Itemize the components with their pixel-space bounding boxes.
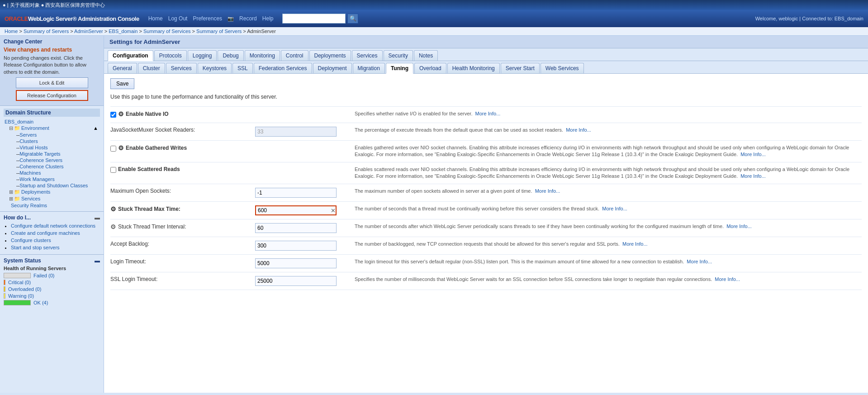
tree-item-work-managers[interactable]: --Work Managers xyxy=(4,176,100,182)
nav-home[interactable]: Home xyxy=(148,15,163,22)
tab-health-monitoring[interactable]: Health Monitoring xyxy=(447,63,500,73)
stuck-thread-timer-interval-input[interactable] xyxy=(255,223,337,233)
how-do-i-item-start-stop[interactable]: Start and stop servers xyxy=(11,244,100,251)
tab-debug[interactable]: Debug xyxy=(218,50,243,61)
tree-item-virtual-hosts[interactable]: --Virtual Hosts xyxy=(4,144,100,151)
tab-keystores[interactable]: Keystores xyxy=(198,63,232,73)
tab-notes[interactable]: Notes xyxy=(414,50,438,61)
save-button[interactable]: Save xyxy=(110,78,134,89)
form-input-col-stuck-thread-timer-interval xyxy=(255,223,346,233)
tab-logging[interactable]: Logging xyxy=(188,50,217,61)
search-input[interactable] xyxy=(282,14,346,24)
max-open-sockets-input[interactable] xyxy=(255,188,337,198)
more-info-stuck-thread-timer-interval[interactable]: More Info... xyxy=(726,224,752,229)
breadcrumb-bar: Home > Summary of Servers > AdminServer … xyxy=(0,27,868,36)
tab-federation-services[interactable]: Federation Services xyxy=(254,63,312,73)
breadcrumb-home[interactable]: Home xyxy=(5,29,18,34)
status-warning-link[interactable]: Warning (0) xyxy=(8,293,34,299)
form-row-enable-native-io: ⚙ Enable Native IO Specifies whether nat… xyxy=(110,106,862,123)
tab-monitoring[interactable]: Monitoring xyxy=(245,50,280,61)
java-socket-input[interactable] xyxy=(255,127,337,137)
tab-server-start[interactable]: Server Start xyxy=(501,63,540,73)
more-info-scattered-reads[interactable]: More Info... xyxy=(740,173,766,179)
system-status-collapse[interactable]: ▬ xyxy=(95,257,100,264)
breadcrumb-adminserver[interactable]: AdminServer xyxy=(74,29,103,34)
nav-record[interactable]: Record xyxy=(239,15,257,22)
tree-item-security-realms[interactable]: Security Realms xyxy=(4,202,100,209)
breadcrumb-ebs-domain[interactable]: EBS_domain xyxy=(109,29,138,34)
form-help-login-timeout: The login timeout for this server's defa… xyxy=(346,258,862,265)
status-ok-link[interactable]: OK (4) xyxy=(33,300,48,305)
tree-item-environment[interactable]: ⊟📁Environment ▲ xyxy=(4,125,100,132)
status-critical-link[interactable]: Critical (0) xyxy=(8,280,31,285)
tab-ssl[interactable]: SSL xyxy=(232,63,253,73)
view-changes-link[interactable]: View changes and restarts xyxy=(4,47,72,53)
status-overloaded-link[interactable]: Overloaded (0) xyxy=(8,286,41,292)
tree-item-machines[interactable]: --Machines xyxy=(4,170,100,176)
more-info-login-timeout[interactable]: More Info... xyxy=(687,259,712,264)
stuck-thread-max-time-clear-button[interactable]: ✕ xyxy=(331,207,336,213)
tree-item-deployments[interactable]: ⊞📁Deployments xyxy=(4,189,100,195)
tab-deployment[interactable]: Deployment xyxy=(313,63,352,73)
how-do-i-item-create-machines[interactable]: Create and configure machines xyxy=(11,230,100,236)
tab-migration[interactable]: Migration xyxy=(353,63,385,73)
gathered-writes-checkbox[interactable] xyxy=(110,146,116,152)
more-info-max-open-sockets[interactable]: More Info... xyxy=(535,188,560,194)
stuck-thread-max-time-wrapper: ✕ xyxy=(255,205,337,215)
form-help-gathered-writes: Enables gathered writes over NIO socket … xyxy=(346,144,862,158)
tab-control[interactable]: Control xyxy=(281,50,308,61)
java-socket-label-text: JavaSocketMuxer Socket Readers: xyxy=(110,127,195,133)
more-info-ssl-login-timeout[interactable]: More Info... xyxy=(715,276,740,282)
tab-services[interactable]: Services xyxy=(352,50,383,61)
form-input-col-java-socket xyxy=(255,127,346,137)
more-info-stuck-thread-max-time[interactable]: More Info... xyxy=(602,206,627,211)
tab-overload[interactable]: Overload xyxy=(414,63,446,73)
tab-security[interactable]: Security xyxy=(384,50,413,61)
tree-item-ebs-domain[interactable]: EBS_domain xyxy=(4,119,100,125)
tree-item-coherence-servers[interactable]: --Coherence Servers xyxy=(4,157,100,163)
lock-edit-button[interactable]: Lock & Edit xyxy=(16,77,88,88)
more-info-native-io[interactable]: More Info... xyxy=(475,111,501,116)
tab-deployments[interactable]: Deployments xyxy=(309,50,351,61)
login-timeout-input[interactable] xyxy=(255,258,337,268)
enable-native-io-checkbox[interactable] xyxy=(110,112,116,118)
nav-help[interactable]: Help xyxy=(262,15,274,22)
how-do-i-item-configure-clusters[interactable]: Configure clusters xyxy=(11,237,100,243)
breadcrumb-summary-servers2[interactable]: Summary of Servers xyxy=(196,29,242,34)
how-do-i-item-configure[interactable]: Configure default network connections xyxy=(11,223,100,229)
stuck-thread-max-time-input[interactable] xyxy=(255,205,337,215)
nav-logout[interactable]: Log Out xyxy=(168,15,188,22)
accept-backlog-label-text: Accept Backlog: xyxy=(110,241,149,247)
tab-protocols[interactable]: Protocols xyxy=(154,50,187,61)
accept-backlog-input[interactable] xyxy=(255,241,337,251)
how-do-i-collapse-button[interactable]: ▬ xyxy=(95,214,100,221)
tab-configuration[interactable]: Configuration xyxy=(108,50,153,61)
scattered-reads-checkbox[interactable] xyxy=(110,167,116,173)
ssl-login-timeout-input[interactable] xyxy=(255,276,337,286)
tab-general[interactable]: General xyxy=(108,63,137,73)
tab-cluster[interactable]: Cluster xyxy=(138,63,165,73)
tree-item-startup-shutdown[interactable]: --Startup and Shutdown Classes xyxy=(4,182,100,189)
status-failed-link[interactable]: Failed (0) xyxy=(33,273,54,278)
breadcrumb-summary-services[interactable]: Summary of Services xyxy=(143,29,191,34)
nav-preferences[interactable]: Preferences xyxy=(193,15,222,22)
tree-item-migratable-targets[interactable]: --Migratable Targets xyxy=(4,151,100,157)
oracle-logo: ORACLEWebLogic Server® Administration Co… xyxy=(5,15,139,22)
tree-item-coherence-clusters[interactable]: --Coherence Clusters xyxy=(4,163,100,170)
form-label-stuck-thread-max-time: ⚙ Stuck Thread Max Time: xyxy=(110,205,255,213)
tab-services2[interactable]: Services xyxy=(166,63,197,73)
release-configuration-button[interactable]: Release Configuration xyxy=(16,90,88,101)
more-info-accept-backlog[interactable]: More Info... xyxy=(622,241,648,247)
search-button[interactable]: 🔍 xyxy=(347,14,358,24)
status-row-overloaded: Overloaded (0) xyxy=(4,286,100,292)
form-input-col-stuck-thread-max-time: ✕ xyxy=(255,205,346,215)
breadcrumb-summary-servers[interactable]: Summary of Servers xyxy=(24,29,69,34)
top-bar-title: ● | 关于视图对象 ● 西安高新区保障房管理中心 xyxy=(3,2,105,9)
tree-item-servers[interactable]: --Servers xyxy=(4,132,100,138)
tab-tuning[interactable]: Tuning xyxy=(386,63,413,74)
more-info-gathered-writes[interactable]: More Info... xyxy=(740,152,766,157)
tree-item-services[interactable]: ⊞📁Services xyxy=(4,195,100,202)
tab-web-services[interactable]: Web Services xyxy=(541,63,584,73)
tree-item-clusters[interactable]: --Clusters xyxy=(4,138,100,144)
more-info-java-socket[interactable]: More Info... xyxy=(566,127,591,133)
